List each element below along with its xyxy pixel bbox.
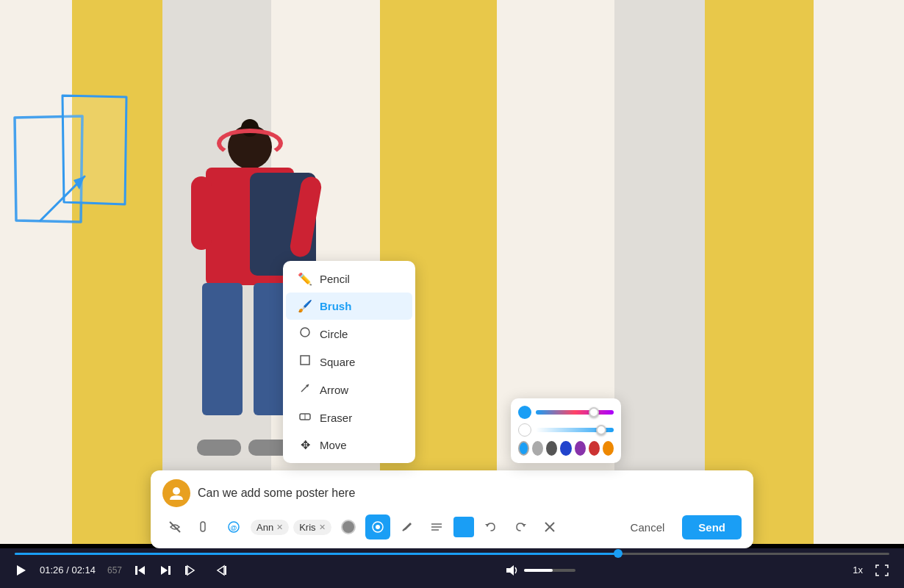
tool-pencil[interactable]: ✏️ Pencil <box>286 265 412 293</box>
prev-icon <box>134 564 147 577</box>
svg-text:@: @ <box>231 524 237 531</box>
out-point-button[interactable] <box>212 564 228 577</box>
redo-icon <box>514 520 527 534</box>
mention-icon: @ <box>227 520 240 534</box>
comment-input-row <box>162 479 742 507</box>
attachment-button[interactable] <box>192 514 217 539</box>
send-button[interactable]: Send <box>682 515 742 539</box>
volume-button[interactable] <box>505 564 520 577</box>
tool-arrow[interactable]: Arrow <box>286 376 412 404</box>
svg-rect-3 <box>301 356 309 365</box>
color-swatch-purple[interactable] <box>575 441 586 456</box>
svg-rect-27 <box>185 566 187 575</box>
tool-square[interactable]: Square <box>286 348 412 376</box>
color-picker <box>511 398 621 463</box>
close-icon <box>544 521 556 533</box>
volume-track[interactable] <box>524 569 575 572</box>
tool-move[interactable]: ✥ Move <box>286 431 412 459</box>
color-select-button[interactable] <box>453 517 474 537</box>
tool-circle[interactable]: Circle <box>286 320 412 348</box>
svg-point-2 <box>301 328 309 337</box>
next-button[interactable] <box>159 564 172 577</box>
in-point-icon <box>184 564 200 577</box>
draw-button[interactable] <box>365 514 390 539</box>
color-swatch-red[interactable] <box>589 441 600 456</box>
tag-kris: Kris ✕ <box>293 520 331 535</box>
volume-icon <box>505 564 520 577</box>
svg-point-13 <box>376 525 380 529</box>
drawing-annotations <box>0 88 147 250</box>
drawing-tools-dropdown: ✏️ Pencil 🖌️ Brush Circle Square Arrow E… <box>283 261 415 463</box>
color-swatch-darkblue[interactable] <box>560 441 571 456</box>
eraser-icon <box>298 410 312 425</box>
prev-button[interactable] <box>134 564 147 577</box>
selected-color-dot <box>518 406 531 419</box>
tag-kris-close[interactable]: ✕ <box>319 523 326 532</box>
pen-button[interactable] <box>395 514 420 539</box>
opacity-slider-row <box>518 423 614 437</box>
svg-point-8 <box>173 487 180 495</box>
svg-line-0 <box>40 176 85 220</box>
color-slider-row <box>518 406 614 419</box>
svg-marker-19 <box>522 524 526 526</box>
color-swatches-row <box>518 441 614 456</box>
svg-marker-31 <box>506 565 514 576</box>
move-icon: ✥ <box>298 438 312 452</box>
cancel-button[interactable]: Cancel <box>617 515 678 539</box>
tag-ann: Ann ✕ <box>251 520 289 535</box>
tool-brush[interactable]: 🖌️ Brush <box>286 293 412 320</box>
undo-button[interactable] <box>478 514 503 539</box>
svg-rect-23 <box>135 566 137 575</box>
in-point-button[interactable] <box>184 564 200 577</box>
fullscreen-button[interactable] <box>875 564 889 577</box>
draw-icon <box>371 520 384 534</box>
format-button[interactable] <box>424 514 449 539</box>
play-icon <box>15 564 28 577</box>
progress-bar-area: 01:26 / 02:14 657 <box>0 548 904 588</box>
next-icon <box>159 564 172 577</box>
color-swatch-blue[interactable] <box>518 441 529 456</box>
record-button[interactable] <box>336 514 361 539</box>
time-display: 01:26 / 02:14 <box>40 564 96 576</box>
pencil-icon: ✏️ <box>298 272 312 286</box>
square-icon <box>298 354 312 369</box>
color-swatch-gray2[interactable] <box>546 441 557 456</box>
toolbar-row: @ Ann ✕ Kris ✕ <box>162 514 742 539</box>
svg-rect-25 <box>168 566 171 575</box>
svg-marker-28 <box>187 566 194 575</box>
comment-bar: @ Ann ✕ Kris ✕ <box>151 470 753 548</box>
color-swatch-orange[interactable] <box>603 441 614 456</box>
fullscreen-icon <box>875 564 889 577</box>
color-swatch-gray1[interactable] <box>532 441 543 456</box>
progress-fill <box>15 553 618 555</box>
volume-fill <box>524 569 553 572</box>
redo-button[interactable] <box>508 514 533 539</box>
hide-icon <box>168 520 182 534</box>
format-icon <box>430 520 443 534</box>
brush-icon: 🖌️ <box>298 299 312 313</box>
pen-icon <box>401 520 414 534</box>
volume-area <box>505 564 575 577</box>
svg-line-9 <box>170 522 180 532</box>
record-icon <box>341 520 356 534</box>
mention-button[interactable]: @ <box>221 514 246 539</box>
svg-marker-30 <box>218 566 224 575</box>
hide-button[interactable] <box>162 514 187 539</box>
progress-track[interactable] <box>15 553 889 555</box>
comment-input[interactable] <box>198 487 742 500</box>
video-area <box>0 0 904 544</box>
avatar <box>162 479 190 507</box>
tool-eraser[interactable]: Eraser <box>286 404 412 431</box>
progress-thumb[interactable] <box>614 549 623 558</box>
svg-marker-18 <box>485 524 489 526</box>
svg-marker-26 <box>161 566 168 575</box>
svg-marker-24 <box>138 566 145 575</box>
hue-slider[interactable] <box>536 410 614 415</box>
play-button[interactable] <box>15 564 28 577</box>
opacity-slider[interactable] <box>536 428 614 432</box>
controls-row: 01:26 / 02:14 657 <box>15 555 889 588</box>
svg-marker-1 <box>73 176 85 190</box>
close-button[interactable] <box>537 514 562 539</box>
tag-ann-close[interactable]: ✕ <box>276 523 283 532</box>
speed-badge[interactable]: 1x <box>853 564 863 576</box>
